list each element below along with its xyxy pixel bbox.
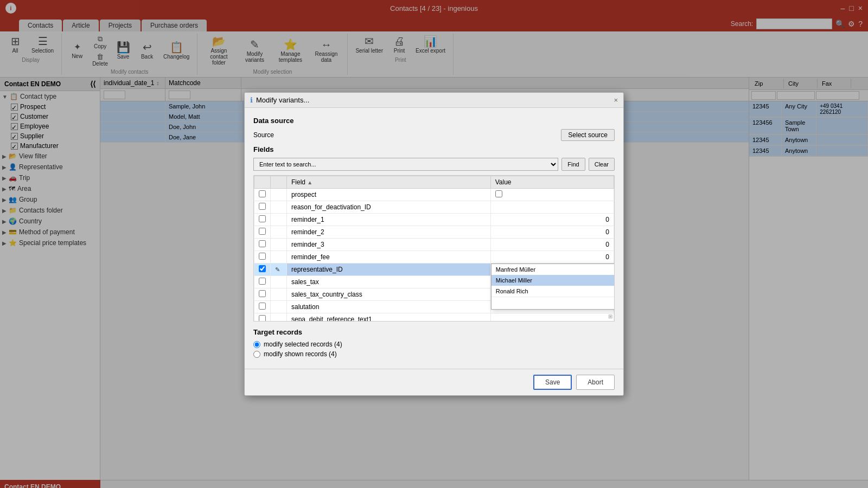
- table-row: reminder_1 0: [254, 214, 614, 226]
- field-name: sales_tax_country_class: [287, 288, 491, 301]
- field-value: [490, 189, 614, 201]
- prospect-value[interactable]: [495, 190, 502, 197]
- find-button[interactable]: Find: [561, 158, 585, 171]
- info-icon: ℹ: [250, 96, 253, 104]
- row-checkbox[interactable]: [259, 253, 266, 260]
- row-checkbox[interactable]: [259, 215, 266, 222]
- header-field-col: Field ▲: [287, 176, 491, 189]
- table-row: reminder_fee 0: [254, 251, 614, 264]
- field-name-representative: representative_ID: [287, 264, 491, 276]
- radio-shown-records-label: modify shown records (4): [264, 350, 337, 358]
- field-name: reminder_2: [287, 226, 491, 239]
- field-value-representative: Michael Miller ▼ Manfred Müller Michael …: [490, 264, 614, 276]
- fields-search-row: Enter text to search... Find Clear: [253, 158, 615, 171]
- clear-button[interactable]: Clear: [589, 158, 615, 171]
- header-checkbox-col: [254, 176, 271, 189]
- source-label: Source: [253, 131, 556, 139]
- radio-shown-records-input[interactable]: [253, 351, 260, 358]
- header-edit-col: [271, 176, 287, 189]
- dropdown-item-michael[interactable]: Michael Miller: [492, 275, 615, 286]
- table-row-active: ✎ representative_ID Michael Miller ▼ Man…: [254, 264, 614, 276]
- field-value: [490, 313, 614, 322]
- field-value: 0: [490, 214, 614, 226]
- field-value: [490, 201, 614, 214]
- row-checkbox-checked[interactable]: [259, 265, 266, 272]
- modal-footer: Save Abort: [245, 369, 623, 395]
- row-checkbox[interactable]: [259, 203, 266, 210]
- row-checkbox[interactable]: [259, 290, 266, 297]
- representative-dropdown: Manfred Müller Michael Miller Ronald Ric…: [491, 264, 615, 310]
- row-checkbox[interactable]: [259, 315, 266, 322]
- resize-handle-icon[interactable]: ⊞: [608, 313, 612, 319]
- field-name: salutation: [287, 301, 491, 313]
- target-records-title: Target records: [253, 328, 615, 336]
- fields-section-title: Fields: [253, 145, 615, 153]
- modal-overlay: ℹ Modify variants... × Data source Sourc…: [0, 0, 868, 488]
- modal-save-button[interactable]: Save: [533, 375, 572, 390]
- field-name: sales_tax: [287, 276, 491, 288]
- radio-selected-records-input[interactable]: [253, 341, 260, 348]
- field-search-input[interactable]: Enter text to search...: [253, 158, 558, 171]
- radio-shown-records[interactable]: modify shown records (4): [253, 350, 615, 358]
- row-checkbox[interactable]: [259, 190, 266, 197]
- table-header-row: Field ▲ Value: [254, 176, 614, 189]
- modal-title-bar: ℹ Modify variants... ×: [245, 93, 623, 108]
- radio-selected-records[interactable]: modify selected records (4): [253, 341, 615, 348]
- fields-table: Field ▲ Value prospect: [254, 176, 614, 322]
- modal-close-button[interactable]: ×: [614, 96, 618, 104]
- edit-pencil-icon: ✎: [275, 266, 280, 273]
- row-checkbox[interactable]: [259, 228, 266, 235]
- field-value: 0: [490, 251, 614, 264]
- field-name: reminder_3: [287, 239, 491, 251]
- header-value-col: Value: [490, 176, 614, 189]
- table-row: sepa_debit_reference_text1: [254, 313, 614, 322]
- modal-title: ℹ Modify variants...: [250, 96, 309, 104]
- field-name: sepa_debit_reference_text1: [287, 313, 491, 322]
- field-name: reminder_fee: [287, 251, 491, 264]
- modal-body: Data source Source Select source Fields …: [245, 108, 623, 369]
- table-row: reason_for_deactivation_ID: [254, 201, 614, 214]
- fields-table-container: Field ▲ Value prospect: [253, 175, 615, 322]
- field-value: 0: [490, 239, 614, 251]
- modal-abort-button[interactable]: Abort: [576, 375, 615, 390]
- modify-variants-modal: ℹ Modify variants... × Data source Sourc…: [244, 92, 624, 396]
- field-name: prospect: [287, 189, 491, 201]
- radio-selected-records-label: modify selected records (4): [264, 341, 342, 348]
- source-row: Source Select source: [253, 129, 615, 141]
- table-row: reminder_3 0: [254, 239, 614, 251]
- dropdown-item-ronald[interactable]: Ronald Rich: [492, 286, 615, 297]
- field-name: reason_for_deactivation_ID: [287, 201, 491, 214]
- select-source-button[interactable]: Select source: [561, 129, 615, 141]
- table-row: reminder_2 0: [254, 226, 614, 239]
- row-checkbox[interactable]: [259, 278, 266, 285]
- table-row: prospect: [254, 189, 614, 201]
- field-value: 0: [490, 226, 614, 239]
- row-checkbox[interactable]: [259, 303, 266, 310]
- field-name: reminder_1: [287, 214, 491, 226]
- target-records-section: Target records modify selected records (…: [253, 328, 615, 358]
- dropdown-item-manfred[interactable]: Manfred Müller: [492, 264, 615, 275]
- row-checkbox[interactable]: [259, 240, 266, 247]
- data-source-section-title: Data source: [253, 117, 615, 125]
- sort-icon: ▲: [307, 179, 312, 185]
